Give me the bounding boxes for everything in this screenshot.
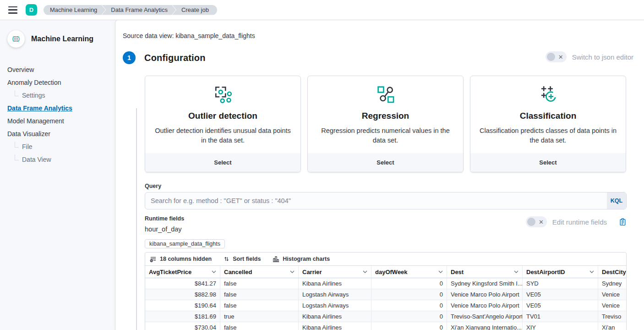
breadcrumb-create-job: Create job: [172, 5, 217, 15]
tree-branch-icon: [15, 90, 19, 96]
cell: Logstash Airways: [299, 300, 371, 311]
cell: 0: [371, 322, 447, 330]
breadcrumb: Machine Learning Data Frame Analytics Cr…: [44, 5, 217, 15]
chevron-down-icon: [290, 270, 295, 273]
source-data-grid: 18 columns hidden Sort fields: [145, 252, 627, 330]
tree-branch-icon: [15, 154, 19, 160]
step-number-badge: 1: [123, 51, 136, 64]
histogram-icon: [273, 256, 279, 263]
table-row: $841.27 false Kibana Airlines 0 Sydney K…: [145, 278, 626, 289]
table-row: $190.64 false Logstash Airways 0 Venice …: [145, 300, 626, 311]
cell: Venice: [598, 289, 626, 300]
columns-icon: [150, 256, 157, 263]
cell: VE05: [523, 289, 598, 300]
select-outlier-detection-button[interactable]: Select: [145, 153, 300, 172]
column-header-cancelled[interactable]: Cancelled: [220, 266, 299, 278]
kql-language-button[interactable]: KQL: [607, 192, 626, 209]
card-title: Regression: [362, 111, 409, 121]
ml-sidebar: Machine Learning Overview Anomaly Detect…: [0, 20, 115, 330]
chevron-down-icon: [438, 270, 443, 273]
sidebar-item-anomaly-detection[interactable]: Anomaly Detection: [7, 76, 108, 89]
sidebar-item-data-frame-analytics[interactable]: Data Frame Analytics: [7, 102, 108, 115]
column-header-destairportid[interactable]: DestAirportID: [523, 266, 598, 278]
step-title: Configuration: [144, 53, 206, 63]
sidebar-item-model-management[interactable]: Model Management: [7, 115, 108, 127]
columns-hidden-button[interactable]: 18 columns hidden: [150, 256, 212, 263]
toggle-off-x-icon: ✕: [539, 216, 544, 227]
column-header-dayofweek[interactable]: dayOfWeek: [371, 266, 447, 278]
card-classification[interactable]: Classification Classification predicts c…: [470, 76, 626, 172]
query-bar: KQL: [145, 192, 627, 209]
outlier-detection-icon: [213, 84, 233, 105]
cell: 0: [371, 311, 447, 322]
cell: Venice: [598, 300, 626, 311]
sidebar-item-data-visualizer[interactable]: Data Visualizer: [7, 127, 108, 140]
cell: Kibana Airlines: [299, 278, 371, 289]
copy-clipboard-icon[interactable]: [619, 218, 627, 226]
chevron-down-icon: [589, 270, 594, 273]
cell: Xi'an: [598, 322, 626, 330]
cell: 0: [371, 289, 447, 300]
query-input[interactable]: [145, 192, 607, 209]
column-header-dest[interactable]: Dest: [447, 266, 523, 278]
table-row: $181.69 true Kibana Airlines 0 Treviso-S…: [145, 311, 626, 322]
tree-branch-icon: [15, 142, 19, 148]
source-data-view-label: Source data view: kibana_sample_data_fli…: [123, 32, 627, 39]
cell: $190.64: [145, 300, 220, 311]
cell: Treviso-Sant'Angelo Airport: [447, 311, 523, 322]
job-type-cards: Outlier detection Outlier detection iden…: [145, 76, 627, 172]
space-avatar[interactable]: D: [26, 4, 37, 16]
cell: VE05: [523, 300, 598, 311]
cell: Sydney: [598, 278, 626, 289]
sort-icon: [224, 256, 229, 262]
data-view-badge: kibana_sample_data_flights: [145, 239, 225, 248]
breadcrumb-data-frame-analytics[interactable]: Data Frame Analytics: [102, 5, 176, 15]
table-row: $730.04 false Kibana Airlines 0 Xi'an Xi…: [145, 322, 626, 330]
grid-toolbar: 18 columns hidden Sort fields: [145, 253, 626, 265]
cell: TV01: [523, 311, 598, 322]
cell: Kibana Airlines: [299, 322, 371, 330]
sidebar-item-settings[interactable]: Settings: [7, 89, 108, 102]
cell: $181.69: [145, 311, 220, 322]
grid-header-row: AvgTicketPrice Cancelled Carrier dayOfWe…: [145, 265, 626, 278]
card-regression[interactable]: Regression Regression predicts numerical…: [307, 76, 464, 172]
sort-fields-button[interactable]: Sort fields: [224, 256, 261, 262]
sidebar-item-file[interactable]: File: [7, 140, 108, 153]
classification-icon: [539, 84, 558, 105]
top-navigation-bar: D Machine Learning Data Frame Analytics …: [0, 0, 644, 20]
cell: $882.98: [145, 289, 220, 300]
select-regression-button[interactable]: Select: [308, 153, 463, 172]
cell: Treviso: [598, 311, 626, 322]
sidebar-item-overview[interactable]: Overview: [7, 63, 108, 76]
column-header-carrier[interactable]: Carrier: [299, 266, 371, 278]
edit-runtime-fields-label: Edit runtime fields: [552, 218, 607, 226]
chevron-down-icon: [212, 270, 216, 273]
select-classification-button[interactable]: Select: [470, 153, 626, 172]
menu-hamburger-icon[interactable]: [8, 6, 17, 14]
create-job-page: Source data view: kibana_sample_data_fli…: [115, 20, 644, 330]
sidebar-item-data-view[interactable]: Data View: [7, 153, 108, 166]
card-description: Classification predicts classes of data …: [478, 126, 618, 145]
cell: $841.27: [145, 278, 220, 289]
cell: true: [220, 311, 299, 322]
histogram-charts-button[interactable]: Histogram charts: [273, 256, 330, 263]
card-title: Classification: [520, 111, 577, 121]
sidebar-nav: Overview Anomaly Detection Settings Data…: [7, 63, 108, 166]
step-connector-line: [136, 108, 137, 330]
edit-runtime-fields-toggle[interactable]: ✕: [526, 216, 547, 227]
cell: 0: [371, 278, 447, 289]
chevron-down-icon: [363, 270, 367, 273]
cell: Venice Marco Polo Airport: [447, 300, 523, 311]
cell: SYD: [523, 278, 598, 289]
cell: 0: [371, 300, 447, 311]
card-outlier-detection[interactable]: Outlier detection Outlier detection iden…: [145, 76, 301, 172]
column-header-destcityname[interactable]: DestCityN: [598, 266, 626, 278]
cell: false: [220, 289, 299, 300]
cell: Sydney Kingsford Smith I...: [447, 278, 523, 289]
breadcrumb-machine-learning[interactable]: Machine Learning: [44, 5, 105, 15]
cell: false: [220, 322, 299, 330]
card-title: Outlier detection: [188, 111, 257, 121]
regression-icon: [376, 84, 395, 105]
column-header-avgticketprice[interactable]: AvgTicketPrice: [145, 266, 220, 278]
cell: Kibana Airlines: [299, 311, 371, 322]
